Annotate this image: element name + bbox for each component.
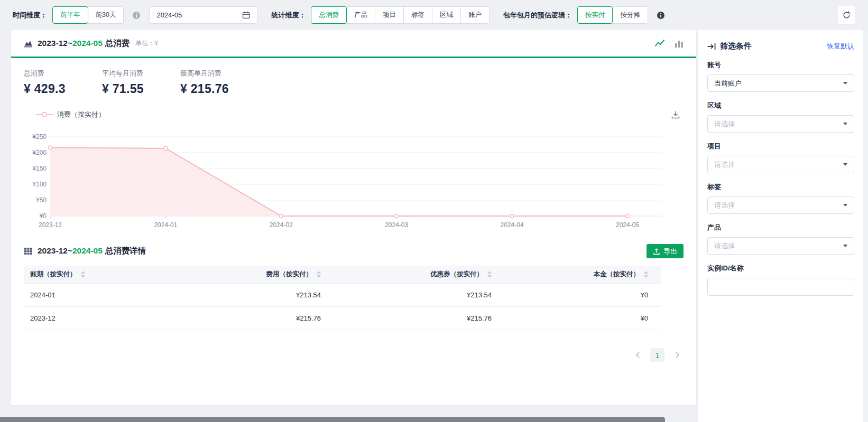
- stat-option-project[interactable]: 项目: [375, 6, 404, 24]
- table-icon: [24, 247, 33, 256]
- chart-title-text: 总消费: [105, 39, 130, 48]
- svg-text:¥150: ¥150: [32, 165, 47, 172]
- cell-billing-period: 2023-12: [24, 306, 182, 330]
- svg-text:¥50: ¥50: [35, 196, 47, 204]
- stat-label: 最高单月消费: [180, 69, 258, 78]
- svg-text:2024-03: 2024-03: [385, 221, 408, 229]
- consumption-table: 账期（按实付） 费用（按实付） 优惠券（按实付） 本金（按实付） 2024-01…: [24, 266, 661, 330]
- stat-avg-monthly-consumption: 平均每月消费 ¥ 71.55: [102, 69, 180, 96]
- refresh-icon: [842, 11, 851, 20]
- filter-sidebar: 筛选条件 恢复默认 账号 当前账户 区域 请选择 项目 请选择 标: [698, 30, 863, 422]
- stat-label: 平均每月消费: [102, 69, 180, 78]
- svg-text:2024-01: 2024-01: [154, 221, 177, 229]
- download-icon[interactable]: [671, 110, 680, 119]
- export-button-label: 导出: [663, 247, 677, 256]
- chevron-down-icon: [843, 163, 847, 166]
- export-button[interactable]: 导出: [647, 244, 684, 258]
- stat-dimension-group: 总消费 产品 项目 标签 区域 账户: [311, 6, 490, 24]
- table-title-row: 2023-12~2024-05总消费详情 导出: [11, 231, 696, 258]
- time-option-first-half-year[interactable]: 前半年: [52, 6, 88, 24]
- info-icon[interactable]: [132, 11, 141, 20]
- tag-select[interactable]: 请选择: [707, 196, 854, 214]
- stat-dimension-label: 统计维度：: [271, 11, 306, 20]
- cost-analysis-page: 时间维度： 前半年 前30天 2024-05 统计维度： 总消费 产品 项目 标…: [0, 0, 868, 422]
- chart-title-range-start: 2023-12~: [38, 39, 72, 48]
- cell-coupon: ¥213.54: [327, 283, 498, 306]
- cell-cost: ¥213.54: [182, 283, 327, 306]
- month-picker[interactable]: 2024-05: [149, 6, 257, 24]
- field-tag: 标签 请选择: [707, 182, 854, 214]
- select-value: 当前账户: [714, 79, 742, 88]
- stat-option-tag[interactable]: 标签: [403, 6, 432, 24]
- refresh-button[interactable]: [838, 6, 855, 24]
- filter-header: 筛选条件 恢复默认: [707, 41, 854, 51]
- legend-item[interactable]: 消费（按实付）: [36, 110, 105, 119]
- cell-principal: ¥0: [498, 283, 661, 306]
- svg-text:2023-12: 2023-12: [39, 221, 62, 229]
- info-icon[interactable]: [657, 11, 665, 20]
- sort-icon[interactable]: [487, 271, 492, 278]
- field-region: 区域 请选择: [707, 101, 854, 133]
- time-dimension-label: 时间维度：: [13, 11, 47, 20]
- stat-option-total-consumption[interactable]: 总消费: [311, 6, 347, 24]
- chevron-down-icon: [843, 245, 847, 247]
- month-picker-value: 2024-05: [156, 11, 182, 19]
- toolbar: 时间维度： 前半年 前30天 2024-05 统计维度： 总消费 产品 项目 标…: [0, 0, 868, 30]
- consumption-area-chart: ¥250¥200¥150¥100¥50¥02023-122024-012024-…: [24, 132, 661, 231]
- sort-icon[interactable]: [644, 271, 648, 278]
- bar-chart-view-icon[interactable]: [675, 39, 684, 48]
- field-product: 产品 请选择: [707, 223, 854, 255]
- summary-stats: 总消费 ¥ 429.3 平均每月消费 ¥ 71.55 最高单月消费 ¥ 215.…: [11, 58, 696, 96]
- cell-billing-period: 2024-01: [24, 283, 182, 306]
- table-title-text: 总消费详情: [105, 246, 146, 255]
- select-placeholder: 请选择: [714, 160, 735, 170]
- sort-icon[interactable]: [81, 271, 85, 278]
- legend-row: 消费（按实付）: [24, 110, 684, 119]
- chevron-down-icon: [843, 82, 847, 85]
- sort-icon[interactable]: [317, 271, 321, 278]
- reset-filters-link[interactable]: 恢复默认: [827, 42, 854, 51]
- stat-option-account[interactable]: 账户: [460, 6, 490, 24]
- cell-cost: ¥215.76: [182, 306, 327, 330]
- time-option-last-30-days[interactable]: 前30天: [88, 6, 124, 24]
- product-select[interactable]: 请选择: [707, 237, 854, 255]
- project-select[interactable]: 请选择: [707, 156, 854, 173]
- time-dimension-group: 前半年 前30天: [52, 6, 124, 24]
- legend-label: 消费（按实付）: [57, 110, 105, 119]
- chart-card-header: 2023-12~2024-05总消费 单位：¥: [11, 30, 696, 58]
- prev-page-button[interactable]: [631, 349, 644, 361]
- table-header-row: 账期（按实付） 费用（按实付） 优惠券（按实付） 本金（按实付）: [24, 266, 661, 283]
- stat-value: ¥ 429.3: [24, 82, 102, 96]
- vertical-scrollbar[interactable]: [863, 30, 868, 422]
- cell-coupon: ¥215.76: [327, 306, 498, 330]
- prepaid-option-by-actual-payment[interactable]: 按实付: [577, 6, 613, 24]
- svg-text:¥0: ¥0: [39, 212, 47, 220]
- prepaid-logic-group: 按实付 按分摊: [577, 6, 648, 24]
- stat-option-product[interactable]: 产品: [346, 6, 375, 24]
- horizontal-scrollbar[interactable]: [0, 417, 665, 422]
- prepaid-option-by-amortization[interactable]: 按分摊: [612, 6, 648, 24]
- table-title-range-end: 2024-05: [72, 246, 103, 255]
- column-coupon: 优惠券（按实付）: [430, 270, 483, 279]
- region-select[interactable]: 请选择: [707, 115, 854, 133]
- table-row: 2023-12 ¥215.76 ¥215.76 ¥0: [24, 306, 661, 330]
- prepaid-logic-label: 包年包月的预估逻辑：: [503, 11, 572, 20]
- cell-principal: ¥0: [498, 306, 661, 330]
- field-label: 产品: [707, 223, 854, 232]
- area-chart-icon: [24, 39, 33, 48]
- field-instance-id: 实例ID/名称: [707, 264, 854, 296]
- legend-marker-icon: [36, 111, 53, 118]
- account-select[interactable]: 当前账户: [707, 74, 854, 92]
- svg-text:2024-05: 2024-05: [616, 221, 639, 229]
- page-number[interactable]: 1: [650, 348, 664, 362]
- next-page-button[interactable]: [671, 349, 684, 361]
- field-label: 标签: [707, 182, 854, 192]
- stat-option-region[interactable]: 区域: [432, 6, 461, 24]
- select-placeholder: 请选择: [714, 201, 735, 210]
- calendar-icon: [242, 11, 250, 19]
- instance-id-input[interactable]: [707, 278, 854, 296]
- svg-text:¥250: ¥250: [32, 133, 47, 140]
- line-chart-view-icon[interactable]: [654, 39, 665, 48]
- stat-value: ¥ 71.55: [102, 82, 180, 96]
- column-cost: 费用（按实付）: [266, 270, 313, 279]
